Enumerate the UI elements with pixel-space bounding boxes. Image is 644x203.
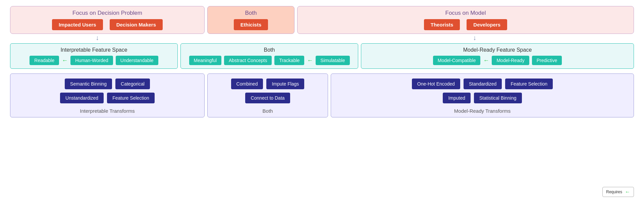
both-middle-title: Both: [264, 47, 275, 53]
feature-selection-model-btn[interactable]: Feature Selection: [505, 79, 553, 89]
both-transform-title: Both: [263, 108, 273, 114]
human-worded-btn[interactable]: Human-Worded: [70, 56, 113, 65]
arrows-row: ↓ ↓: [10, 34, 634, 43]
arrow-right-down: ↓: [473, 34, 476, 42]
meaningful-btn[interactable]: Meaningful: [189, 56, 222, 65]
both-middle-buttons: Meaningful Abstract Concepts Trackable ←…: [189, 56, 350, 65]
semantic-binning-btn[interactable]: Semantic Binning: [65, 79, 112, 89]
developers-btn[interactable]: Developers: [467, 19, 507, 30]
focus-model-buttons: Theorists Developers: [424, 19, 507, 30]
trackable-btn[interactable]: Trackable: [274, 56, 304, 65]
predictive-btn[interactable]: Predictive: [532, 56, 562, 65]
both-transform-row1: Combined Impute Flags: [231, 79, 305, 89]
both-transform-box: Combined Impute Flags Connect to Data Bo…: [207, 73, 328, 117]
both-top-buttons: Ethicists: [234, 19, 268, 30]
focus-model-title: Focus on Model: [445, 10, 486, 16]
interpretable-feature-buttons: Readable ← Human-Worded Understandable: [30, 56, 158, 65]
model-ready-transform-row1: One-Hot Encoded Standardized Feature Sel…: [412, 79, 553, 89]
transform-row: Semantic Binning Categorical Unstandardi…: [10, 73, 634, 117]
interpretable-transform-row2: Unstandardized Feature Selection: [60, 93, 155, 103]
understandable-btn[interactable]: Understandable: [116, 56, 158, 65]
abstract-concepts-btn[interactable]: Abstract Concepts: [224, 56, 272, 65]
interpretable-feature-title: Interpretable Feature Space: [60, 47, 127, 53]
legend-arrow-icon: ←: [625, 189, 630, 195]
model-ready-btn[interactable]: Model-Ready: [492, 56, 529, 65]
standardized-btn[interactable]: Standardized: [464, 79, 502, 89]
impacted-users-btn[interactable]: Impacted Users: [52, 19, 103, 30]
both-transform-row2: Connect to Data: [245, 93, 290, 103]
legend-text: Requires: [606, 190, 622, 194]
model-ready-buttons: Model-Compatible ← Model-Ready Predictiv…: [433, 56, 562, 65]
decision-makers-btn[interactable]: Decision Makers: [110, 19, 163, 30]
categorical-btn[interactable]: Categorical: [115, 79, 150, 89]
readable-btn[interactable]: Readable: [30, 56, 59, 65]
statistical-binning-btn[interactable]: Statistical Binning: [474, 93, 522, 103]
arrow-left-down: ↓: [96, 34, 99, 42]
audience-row: Focus on Decision Problem Impacted Users…: [10, 6, 634, 34]
model-ready-transform-box: One-Hot Encoded Standardized Feature Sel…: [331, 73, 634, 117]
feature-selection-interp-btn[interactable]: Feature Selection: [107, 93, 155, 103]
unstandardized-btn[interactable]: Unstandardized: [60, 93, 104, 103]
model-ready-title: Model-Ready Feature Space: [463, 47, 532, 53]
simulatable-btn[interactable]: Simulatable: [316, 56, 350, 65]
combined-btn[interactable]: Combined: [231, 79, 263, 89]
model-ready-transform-row2: Imputed Statistical Binning: [443, 93, 522, 103]
focus-decision-box: Focus on Decision Problem Impacted Users…: [10, 6, 205, 34]
theorists-btn[interactable]: Theorists: [424, 19, 460, 30]
focus-model-box: Focus on Model Theorists Developers: [297, 6, 634, 34]
arrow-model-compatible: ←: [483, 57, 489, 64]
both-top-box: Both Ethicists: [207, 6, 294, 34]
connect-to-data-btn[interactable]: Connect to Data: [245, 93, 290, 103]
focus-decision-title: Focus on Decision Problem: [72, 10, 142, 16]
ethicists-btn[interactable]: Ethicists: [234, 19, 268, 30]
interpretable-transform-row1: Semantic Binning Categorical: [65, 79, 150, 89]
model-compatible-btn[interactable]: Model-Compatible: [433, 56, 481, 65]
impute-flags-btn[interactable]: Impute Flags: [266, 79, 304, 89]
both-top-title: Both: [245, 10, 257, 16]
interpretable-feature-box: Interpretable Feature Space Readable ← H…: [10, 43, 178, 69]
one-hot-encoded-btn[interactable]: One-Hot Encoded: [412, 79, 460, 89]
feature-row: Interpretable Feature Space Readable ← H…: [10, 43, 634, 69]
both-middle-feature-box: Both Meaningful Abstract Concepts Tracka…: [180, 43, 358, 69]
legend: Requires ←: [602, 187, 634, 197]
model-ready-transform-title: Model-Ready Transforms: [454, 108, 511, 114]
interpretable-transform-box: Semantic Binning Categorical Unstandardi…: [10, 73, 205, 117]
interpretable-transform-title: Interpretable Transforms: [80, 108, 135, 114]
main-container: Focus on Decision Problem Impacted Users…: [0, 0, 644, 123]
imputed-btn[interactable]: Imputed: [443, 93, 471, 103]
focus-decision-buttons: Impacted Users Decision Makers: [52, 19, 163, 30]
arrow-trackable: ←: [307, 57, 313, 64]
model-ready-feature-box: Model-Ready Feature Space Model-Compatib…: [361, 43, 634, 69]
arrow-readable: ←: [62, 57, 68, 64]
